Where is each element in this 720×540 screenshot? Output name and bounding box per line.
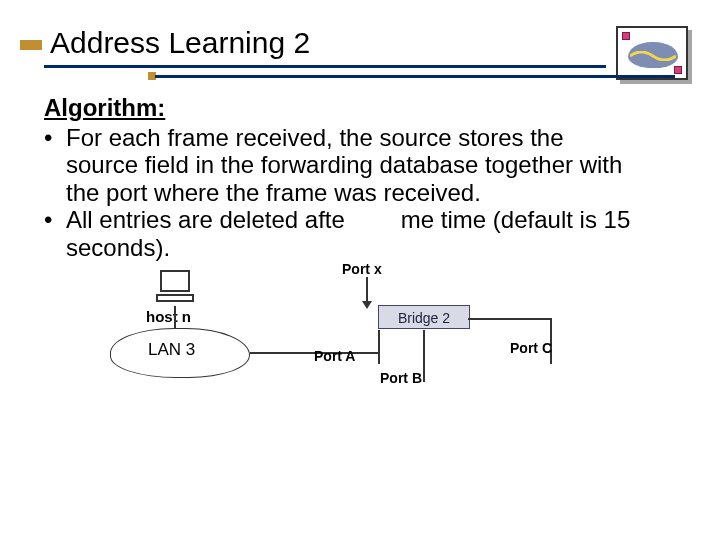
bullet-item: • All entries are deleted afteme time (d…	[44, 206, 639, 261]
connector-line	[423, 330, 425, 382]
network-diagram: host n LAN 3 Port x Bridge 2 Port A Port…	[110, 270, 640, 400]
computer-icon	[154, 270, 198, 304]
bullet2-pre: All entries are deleted afte	[66, 206, 345, 233]
slide: Address Learning 2 Algorithm: • For each…	[0, 0, 720, 540]
body-content: Algorithm: • For each frame received, th…	[44, 94, 639, 262]
body-underline	[155, 75, 675, 78]
port-b-label: Port B	[380, 370, 422, 386]
slide-title: Address Learning 2	[50, 26, 310, 60]
square-icon	[622, 32, 630, 40]
bullet-marker: •	[44, 206, 66, 261]
title-area: Address Learning 2	[0, 18, 720, 68]
monitor-icon	[160, 270, 190, 292]
port-x-label: Port x	[342, 261, 382, 277]
bullet-marker: •	[44, 124, 66, 207]
port-a-label: Port A	[314, 348, 355, 364]
square-icon	[674, 66, 682, 74]
wave-icon	[630, 51, 676, 61]
connector-line	[468, 318, 552, 320]
bullet-item: • For each frame received, the source st…	[44, 124, 639, 207]
network-logo-icon	[616, 26, 688, 80]
arrow-down-icon	[366, 277, 368, 307]
bullet-text: For each frame received, the source stor…	[66, 124, 639, 207]
algorithm-heading: Algorithm:	[44, 94, 639, 122]
lan-label: LAN 3	[148, 340, 195, 360]
bullet-text: All entries are deleted afteme time (def…	[66, 206, 639, 261]
connector-line	[378, 330, 380, 364]
keyboard-icon	[156, 294, 194, 302]
title-underline	[44, 65, 606, 68]
port-c-label: Port C	[510, 340, 552, 356]
connector-line	[174, 306, 176, 330]
title-accent-bar	[20, 40, 42, 50]
host-label: host n	[146, 308, 191, 325]
bridge-box: Bridge 2	[378, 305, 470, 329]
